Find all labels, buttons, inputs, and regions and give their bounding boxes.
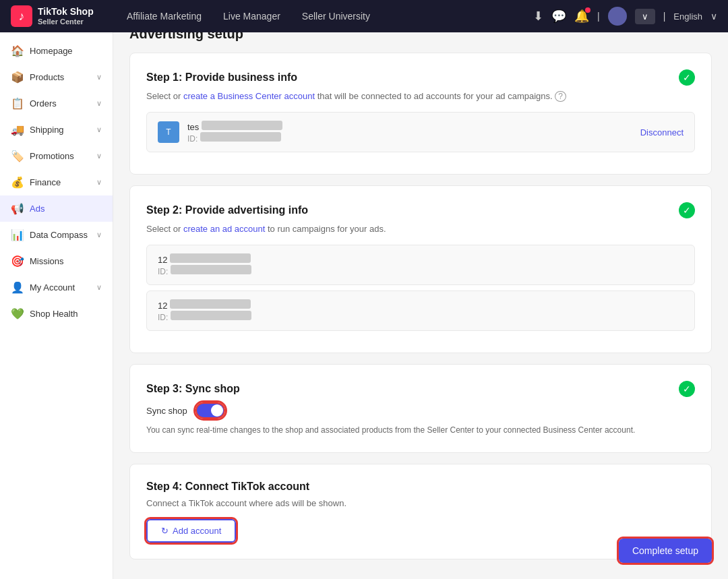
sidebar-item-promotions[interactable]: 🏷️ Promotions ∨ bbox=[0, 143, 113, 169]
sidebar-item-label: Promotions bbox=[30, 151, 74, 161]
sidebar: 🏠 Homepage 📦 Products ∨ 📋 Orders ∨ 🚚 Shi… bbox=[0, 32, 113, 579]
sidebar-item-ads[interactable]: 📢 Ads bbox=[0, 195, 113, 222]
sidebar-item-shop-health[interactable]: 💚 Shop Health bbox=[0, 301, 113, 327]
sidebar-item-my-account[interactable]: 👤 My Account ∨ bbox=[0, 274, 113, 301]
user-menu-button[interactable]: ∨ bbox=[635, 9, 655, 24]
ad-account-row-2: 12 ID: bbox=[146, 291, 695, 331]
sidebar-item-label: Shop Health bbox=[30, 309, 78, 319]
chevron-down-icon: ∨ bbox=[96, 152, 102, 160]
nav-live-manager[interactable]: Live Manager bbox=[223, 8, 280, 24]
logo-line2: Seller Center bbox=[38, 18, 94, 26]
logo-icon: ♪ bbox=[11, 5, 32, 27]
chevron-down-icon: ∨ bbox=[96, 73, 102, 82]
sidebar-item-missions[interactable]: 🎯 Missions bbox=[0, 248, 113, 274]
orders-icon: 📋 bbox=[11, 97, 24, 110]
promotions-icon: 🏷️ bbox=[11, 150, 24, 162]
sidebar-item-finance[interactable]: 💰 Finance ∨ bbox=[0, 169, 113, 195]
ads-icon: 📢 bbox=[11, 202, 24, 215]
step2-check-icon: ✓ bbox=[679, 202, 695, 218]
notification-icon[interactable]: 🔔 bbox=[574, 9, 589, 24]
ad-account-row-1: 12 ID: bbox=[146, 245, 695, 285]
add-account-button[interactable]: ↻ Add account bbox=[146, 519, 236, 543]
step1-card: Step 1: Provide business info ✓ Select o… bbox=[129, 53, 712, 175]
sync-toggle[interactable] bbox=[195, 402, 225, 419]
business-account-name: tes bbox=[187, 121, 632, 132]
sidebar-item-label: Products bbox=[30, 72, 64, 82]
sidebar-item-products[interactable]: 📦 Products ∨ bbox=[0, 64, 113, 90]
logo-text: TikTok Shop Seller Center bbox=[38, 6, 94, 26]
products-icon: 📦 bbox=[11, 71, 24, 84]
account-name-blurred bbox=[202, 121, 282, 130]
sidebar-item-label: Orders bbox=[30, 98, 57, 109]
sidebar-item-label: Finance bbox=[30, 177, 61, 187]
step4-description: Connect a TikTok account where ads will … bbox=[146, 498, 695, 508]
ad-account-name-blurred-2 bbox=[170, 299, 251, 309]
header: ♪ TikTok Shop Seller Center Affiliate Ma… bbox=[0, 0, 728, 32]
sidebar-item-homepage[interactable]: 🏠 Homepage bbox=[0, 38, 113, 64]
logo: ♪ TikTok Shop Seller Center bbox=[11, 5, 105, 27]
missions-icon: 🎯 bbox=[11, 255, 24, 268]
lang-chevron: ∨ bbox=[710, 11, 717, 22]
business-account-info: tes ID: bbox=[187, 121, 632, 144]
ad-account-name-2: 12 bbox=[158, 299, 684, 311]
nav-affiliate-marketing[interactable]: Affiliate Marketing bbox=[127, 8, 202, 24]
sync-label: Sync shop bbox=[146, 406, 187, 416]
chat-icon[interactable]: 💬 bbox=[551, 9, 566, 24]
ad-account-id-2: ID: bbox=[158, 311, 684, 322]
sidebar-item-shipping[interactable]: 🚚 Shipping ∨ bbox=[0, 117, 113, 143]
help-icon: ? bbox=[555, 91, 566, 102]
sidebar-item-label: Shipping bbox=[30, 125, 64, 135]
step1-description: Select or create a Business Center accou… bbox=[146, 91, 695, 101]
finance-icon: 💰 bbox=[11, 176, 24, 189]
chevron-down-icon: ∨ bbox=[96, 283, 102, 292]
shop-health-icon: 💚 bbox=[11, 307, 24, 320]
logo-line1: TikTok Shop bbox=[38, 6, 94, 18]
shipping-icon: 🚚 bbox=[11, 123, 24, 136]
data-compass-icon: 📊 bbox=[11, 228, 24, 241]
step3-check-icon: ✓ bbox=[679, 381, 695, 397]
header-actions: ⬇ 💬 🔔 | ∨ | English ∨ bbox=[533, 7, 717, 26]
step3-title: Step 3: Sync shop bbox=[146, 383, 240, 395]
step2-header: Step 2: Provide advertising info ✓ bbox=[146, 202, 695, 218]
user-menu-chevron: ∨ bbox=[642, 11, 648, 22]
sidebar-item-label: My Account bbox=[30, 282, 75, 293]
sidebar-item-orders[interactable]: 📋 Orders ∨ bbox=[0, 90, 113, 117]
avatar[interactable] bbox=[608, 7, 627, 26]
main-content: < Back to Ads Overview Advertising setup… bbox=[113, 0, 728, 579]
step1-header: Step 1: Provide business info ✓ bbox=[146, 69, 695, 86]
header-nav: Affiliate Marketing Live Manager Seller … bbox=[127, 8, 533, 24]
sync-description: You can sync real-time changes to the sh… bbox=[146, 424, 695, 436]
chevron-down-icon: ∨ bbox=[96, 99, 102, 108]
chevron-down-icon: ∨ bbox=[96, 231, 102, 239]
account-icon: 👤 bbox=[11, 281, 24, 294]
ad-account-info-1: 12 ID: bbox=[158, 253, 684, 276]
language-selector[interactable]: English bbox=[673, 11, 702, 22]
add-account-label: Add account bbox=[173, 526, 221, 536]
home-icon: 🏠 bbox=[11, 44, 24, 57]
complete-setup-button[interactable]: Complete setup bbox=[619, 539, 712, 563]
step3-header: Step 3: Sync shop ✓ bbox=[146, 381, 695, 397]
nav-seller-university[interactable]: Seller University bbox=[302, 8, 370, 24]
sidebar-item-label: Ads bbox=[30, 204, 44, 214]
step4-title: Step 4: Connect TikTok account bbox=[146, 481, 309, 493]
download-icon[interactable]: ⬇ bbox=[533, 9, 543, 24]
business-account-logo: T bbox=[158, 121, 179, 143]
step2-title: Step 2: Provide advertising info bbox=[146, 204, 308, 216]
ad-account-id-blurred-1 bbox=[171, 265, 251, 274]
chevron-down-icon: ∨ bbox=[96, 178, 102, 187]
chevron-down-icon: ∨ bbox=[96, 125, 102, 134]
ad-account-name-blurred-1 bbox=[170, 253, 251, 263]
sidebar-item-data-compass[interactable]: 📊 Data Compass ∨ bbox=[0, 222, 113, 248]
step1-title: Step 1: Provide business info bbox=[146, 71, 297, 84]
create-business-center-link[interactable]: create a Business Center account bbox=[183, 91, 315, 101]
step3-card: Step 3: Sync shop ✓ Sync shop You can sy… bbox=[129, 364, 712, 453]
ad-account-info-2: 12 ID: bbox=[158, 299, 684, 322]
account-id-blurred bbox=[200, 132, 281, 142]
step2-description: Select or create an ad account to run ca… bbox=[146, 224, 695, 234]
add-account-icon: ↻ bbox=[161, 526, 169, 536]
create-ad-account-link[interactable]: create an ad account bbox=[183, 224, 265, 234]
step1-check-icon: ✓ bbox=[679, 69, 695, 86]
sidebar-item-label: Homepage bbox=[30, 46, 73, 56]
disconnect-button[interactable]: Disconnect bbox=[640, 127, 684, 138]
sync-row: Sync shop bbox=[146, 402, 695, 419]
